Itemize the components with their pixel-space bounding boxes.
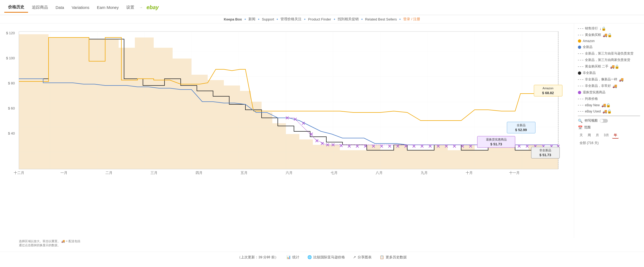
svg-text:$ 51.73: $ 51.73: [539, 153, 551, 157]
range-label: 范围: [584, 125, 591, 130]
nav-ebay[interactable]: ebay: [144, 4, 162, 11]
svg-text:$ 60: $ 60: [8, 106, 15, 110]
share-button[interactable]: ↗ 分享图表: [353, 255, 372, 260]
legend-dash-listprice: [578, 99, 583, 99]
legend-new[interactable]: 全新品: [578, 45, 640, 49]
legend-refurb[interactable]: 退换货实惠商品: [578, 90, 640, 95]
globe-icon: 🌐: [307, 255, 312, 259]
spotlight-toggle[interactable]: [600, 119, 608, 123]
legend-dash-newfba: [578, 53, 583, 54]
svg-text:三月: 三月: [150, 171, 157, 175]
price-chart[interactable]: $ 120 $ 100 $ 80 $ 60 $ 40 十二月 一月 二月 三月 …: [3, 26, 569, 177]
spotlight-label: 特写视图: [585, 118, 598, 123]
legend-sales-rank[interactable]: 销售排行 ↓🔒: [578, 26, 640, 31]
legend-ebay-new[interactable]: eBay New 🚚🔒: [578, 103, 640, 107]
nav-data[interactable]: Data: [52, 3, 68, 12]
legend-new-fbm[interactable]: 全新品，第三方由商家负责发货: [578, 58, 640, 62]
legend-dash-newfbm: [578, 60, 583, 60]
legend-used[interactable]: 非全新品: [578, 71, 640, 75]
legend-new-fba[interactable]: 全新品，第三方由亚马逊负责发货: [578, 51, 640, 56]
subnav-bestsellers[interactable]: Related Best Sellers: [365, 17, 397, 21]
range-week[interactable]: 周: [586, 132, 592, 139]
subnav-manage[interactable]: 管理价格关注: [280, 17, 302, 22]
svg-text:十二月: 十二月: [14, 171, 24, 175]
legend-list-price[interactable]: 列表价格: [578, 97, 640, 101]
search-icon: 🔍: [578, 119, 583, 123]
subnav-brand: Keepa Box: [224, 17, 242, 21]
svg-text:$ 51.73: $ 51.73: [490, 142, 502, 146]
nav-price-history[interactable]: 价格历史: [4, 2, 28, 13]
svg-text:Amazon: Amazon: [543, 87, 553, 90]
legend-label-list-price: 列表价格: [585, 97, 598, 101]
svg-text:六月: 六月: [286, 171, 293, 175]
legend-amazon[interactable]: Amazon: [578, 39, 640, 43]
legend-label-used: 非全新品: [583, 71, 596, 75]
share-icon: ↗: [353, 255, 356, 259]
nav-variations[interactable]: Variations: [68, 3, 93, 12]
nav-track[interactable]: 追踪商品: [28, 3, 52, 12]
range-all[interactable]: 全部 (716 天): [578, 140, 600, 146]
range-day[interactable]: 天: [578, 132, 584, 139]
legend-label-very-good: 非全新品，非常好: [585, 84, 611, 88]
subnav-support[interactable]: Support: [262, 17, 274, 21]
sub-nav: Keepa Box ✦ 新闻 ✦ Support ✦ 管理价格关注 ✦ Prod…: [0, 15, 644, 23]
legend-very-good[interactable]: 非全新品，非常好 🚚: [578, 84, 640, 88]
nav-earn[interactable]: Earn Money: [93, 3, 122, 12]
legend-dash-ebayused: [578, 111, 583, 112]
legend-dot-amazon: [578, 39, 581, 43]
svg-text:十一月: 十一月: [509, 171, 520, 175]
svg-text:九月: 九月: [421, 171, 428, 175]
chart-area[interactable]: $ 120 $ 100 $ 80 $ 60 $ 40 十二月 一月 二月 三月 …: [0, 23, 574, 238]
svg-text:$ 80: $ 80: [8, 81, 15, 85]
chart-note-2: 通过点击图例切换显示的数据。: [19, 243, 641, 247]
legend-label-new: 全新品: [583, 45, 592, 49]
legend-extra-ebayused: 🚚🔒: [602, 109, 612, 114]
legend-dot-used: [578, 71, 581, 75]
range-3month[interactable]: 3月: [602, 132, 611, 139]
svg-text:二月: 二月: [105, 171, 112, 175]
svg-text:$ 100: $ 100: [6, 56, 15, 60]
range-year[interactable]: 年: [612, 132, 619, 139]
top-nav: 价格历史 追踪商品 Data Variations Earn Money 设置 …: [0, 0, 644, 15]
svg-rect-1: [19, 32, 558, 169]
stats-icon: 📊: [286, 255, 291, 259]
legend-dot-refurb: [578, 91, 581, 94]
legend-dot-new: [578, 46, 581, 49]
legend-label-new-fbm: 全新品，第三方由商家负责发货: [585, 58, 630, 62]
chart-note-1: 选择区域以放大。双击以重置。 🚚 = 配送包括: [19, 239, 641, 243]
nav-arrow: →: [138, 5, 144, 9]
legend-ebay-used[interactable]: eBay Used 🚚🔒: [578, 109, 640, 114]
svg-text:$ 68.82: $ 68.82: [542, 91, 554, 95]
range-month[interactable]: 月: [594, 132, 601, 139]
legend-dash-ebaynew: [578, 105, 583, 105]
svg-text:七月: 七月: [331, 171, 338, 175]
svg-text:$ 120: $ 120: [6, 31, 15, 35]
legend-label-sales-rank: 销售排行: [585, 26, 598, 31]
nav-settings[interactable]: 设置: [122, 3, 138, 12]
share-label: 分享图表: [358, 255, 372, 260]
legend-dash-usedbuybox: [578, 66, 583, 67]
subnav-news[interactable]: 新闻: [248, 17, 255, 22]
stats-button[interactable]: 📊 统计: [286, 255, 299, 260]
svg-text:非全新品: 非全新品: [539, 149, 551, 152]
stats-label: 统计: [292, 255, 299, 260]
legend-extra-buybox: 🚚🔒: [603, 33, 612, 37]
legend-buy-box[interactable]: 黄金购买框 🚚🔒: [578, 33, 640, 37]
subnav-finder[interactable]: Product Finder: [308, 17, 331, 21]
legend-like-new[interactable]: 非全新品，像新品一样 🚚: [578, 77, 640, 82]
compare-button[interactable]: 🌐 比较国际亚马逊价格: [307, 255, 345, 260]
svg-text:四月: 四月: [196, 171, 203, 175]
legend-dash-likenew: [578, 79, 583, 80]
svg-text:退换货实惠商品: 退换货实惠商品: [486, 138, 507, 141]
history-button[interactable]: 📋 更多历史数据: [380, 255, 407, 260]
legend-extra-likenew: 🚚: [619, 77, 624, 82]
history-label: 更多历史数据: [386, 255, 407, 260]
legend-label-used-buybox: 黄金购买框 二手: [585, 64, 608, 69]
legend-label-ebay-used: eBay Used: [585, 109, 601, 113]
legend-extra-verygood: 🚚: [612, 84, 617, 88]
subnav-login[interactable]: 登录 / 注册: [403, 17, 420, 22]
subnav-promo[interactable]: 找到相关促销: [338, 17, 359, 22]
legend-used-buybox[interactable]: 黄金购买框 二手 🚚🔒: [578, 64, 640, 69]
main-content: $ 120 $ 100 $ 80 $ 60 $ 40 十二月 一月 二月 三月 …: [0, 23, 644, 238]
legend-extra-ebaynew: 🚚🔒: [601, 103, 611, 107]
